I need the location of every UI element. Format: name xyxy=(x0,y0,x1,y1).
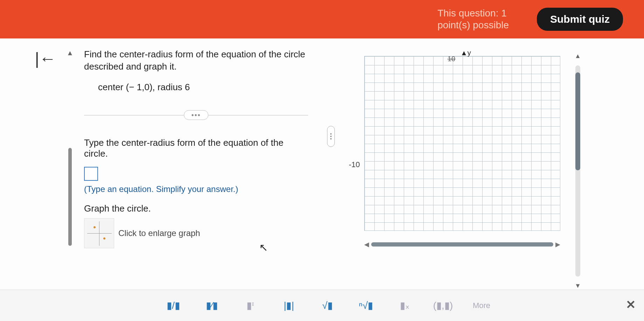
back-arrow-icon[interactable]: |← xyxy=(35,49,56,290)
quiz-header: This question: 1 point(s) possible Submi… xyxy=(0,0,644,38)
ordered-pair-button[interactable]: (▮,▮) xyxy=(431,296,455,315)
coordinate-graph[interactable]: ▲y 10 -10 ◀ ▶ xyxy=(343,49,567,238)
scroll-left-icon[interactable]: ◀ xyxy=(364,241,369,248)
left-scroll-thumb[interactable] xyxy=(68,148,72,246)
more-button[interactable]: More xyxy=(469,296,494,315)
left-scrollbar[interactable]: ▲ xyxy=(63,38,77,290)
v-scroll-track[interactable] xyxy=(575,65,580,277)
panel-resize-handle[interactable] xyxy=(322,38,340,290)
fraction-button[interactable]: ▮/▮ xyxy=(161,296,186,315)
scroll-up-icon[interactable]: ▲ xyxy=(575,52,581,60)
points-possible: This question: 1 point(s) possible xyxy=(437,7,509,31)
graph-grid[interactable] xyxy=(364,56,560,231)
thumb-dot-icon xyxy=(103,237,105,240)
absolute-value-button[interactable]: |▮| xyxy=(277,296,301,315)
scroll-right-icon[interactable]: ▶ xyxy=(555,241,560,248)
thumb-dot-icon xyxy=(94,226,96,228)
points-line1: This question: 1 xyxy=(437,7,509,19)
equation-input[interactable] xyxy=(84,167,98,181)
question-prompt: Find the center-radius form of the equat… xyxy=(84,48,308,73)
enlarge-graph-row: Click to enlarge graph xyxy=(84,218,308,248)
graph-instruction: Graph the circle. xyxy=(84,203,308,214)
question-panel: Find the center-radius form of the equat… xyxy=(77,38,322,290)
scroll-down-icon[interactable]: ▼ xyxy=(575,282,581,290)
h-scroll-track[interactable] xyxy=(371,242,553,247)
y-axis-label: ▲y xyxy=(461,49,471,57)
points-line2: point(s) possible xyxy=(437,19,509,31)
question-given: center (− 1,0), radius 6 xyxy=(98,82,308,93)
sqrt-button[interactable]: √▮ xyxy=(315,296,340,315)
submit-quiz-button[interactable]: Submit quiz xyxy=(537,8,623,31)
v-scroll-thumb[interactable] xyxy=(575,72,580,170)
scroll-up-icon[interactable]: ▲ xyxy=(67,49,74,57)
expand-pill-icon[interactable]: ••• xyxy=(184,110,208,120)
math-toolbar: ▮/▮ ▮⁄▮ ▮ᶦ |▮| √▮ ⁿ√▮ ▮ₓ (▮,▮) More ✕ xyxy=(0,290,644,321)
enlarge-graph-button[interactable] xyxy=(84,218,114,248)
mixed-fraction-button[interactable]: ▮⁄▮ xyxy=(200,296,224,315)
x-tick-neg10: -10 xyxy=(349,160,360,169)
drag-handle-icon[interactable] xyxy=(327,126,335,147)
exponent-button[interactable]: ▮ᶦ xyxy=(238,296,263,315)
graph-horizontal-scrollbar[interactable]: ◀ ▶ xyxy=(364,241,560,248)
section-divider: ••• xyxy=(84,110,308,120)
answer-instruction: Type the center-radius form of the equat… xyxy=(84,137,308,159)
close-icon[interactable]: ✕ xyxy=(626,298,636,312)
enlarge-graph-label: Click to enlarge graph xyxy=(118,228,200,238)
y-tick-10: 10 xyxy=(448,55,455,63)
graph-panel: ▲y 10 -10 ◀ ▶ ▲ ▼ xyxy=(340,38,644,290)
answer-hint: (Type an equation. Simplify your answer.… xyxy=(84,184,308,194)
nth-root-button[interactable]: ⁿ√▮ xyxy=(354,296,378,315)
subscript-button[interactable]: ▮ₓ xyxy=(392,296,417,315)
content-area: |← ▲ Find the center-radius form of the … xyxy=(0,38,644,290)
graph-vertical-scrollbar[interactable]: ▲ ▼ xyxy=(571,49,585,290)
left-gutter: |← xyxy=(0,38,63,290)
